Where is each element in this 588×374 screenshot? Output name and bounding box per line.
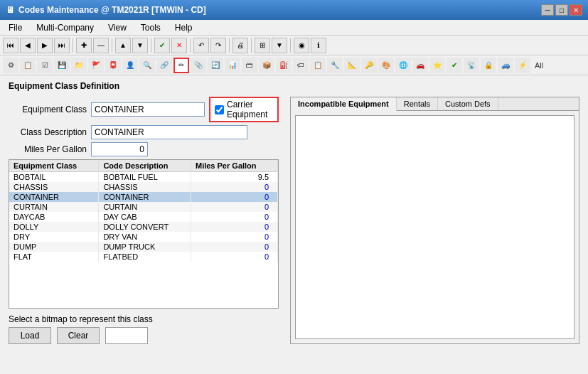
tab-rentals[interactable]: Rentals [397, 97, 438, 110]
cell-class: DAYCAB [9, 212, 99, 222]
tb-file-icon[interactable]: 🗃 [242, 58, 257, 73]
class-description-input[interactable] [91, 125, 247, 139]
title-bar-controls[interactable]: ─ □ ✕ [541, 4, 582, 16]
menu-bar: File Multi-Company View Tools Help [0, 20, 588, 36]
undo-button[interactable]: ↶ [193, 38, 209, 53]
add-button[interactable]: ✚ [76, 38, 92, 53]
minimize-button[interactable]: ─ [541, 4, 554, 16]
table-row[interactable]: FLATFLATBED0 [9, 252, 278, 262]
table-row[interactable]: DRYDRY VAN0 [9, 232, 278, 242]
nav-first-button[interactable]: ⏮ [3, 38, 18, 53]
sep6 [251, 38, 252, 53]
tb-chart-icon[interactable]: 📊 [225, 58, 240, 73]
app-icon: 🖥 [6, 5, 14, 15]
section-title: Equipment Class Definition [9, 81, 579, 91]
circle-button[interactable]: ◉ [294, 38, 309, 53]
tab-custom-defs[interactable]: Custom Defs [438, 97, 498, 110]
tb-search-icon[interactable]: 🔍 [139, 58, 155, 73]
miles-per-gallon-label: Miles Per Gallon [9, 144, 87, 154]
tb-mail-icon[interactable]: 📮 [105, 58, 121, 73]
equipment-class-table-container: Equipment Class Code Description Miles P… [9, 159, 279, 309]
clear-button[interactable]: Clear [57, 327, 100, 344]
cell-class: DOLLY [9, 222, 99, 232]
cell-miles: 0 [191, 222, 277, 232]
table-row[interactable]: CHASSISCHASSIS0 [9, 182, 278, 192]
sep5 [229, 38, 230, 53]
miles-per-gallon-input[interactable] [91, 142, 148, 156]
maximize-button[interactable]: □ [555, 4, 568, 16]
table-row[interactable]: CURTAINCURTAIN0 [9, 202, 278, 212]
tb-check-icon[interactable]: ☑ [37, 58, 53, 73]
tb-palette-icon[interactable]: 🎨 [378, 58, 394, 73]
menu-multi-company[interactable]: Multi-Company [31, 21, 100, 34]
nav-prev-button[interactable]: ◀ [20, 38, 36, 53]
menu-help[interactable]: Help [169, 21, 198, 34]
col-miles-per-gallon: Miles Per Gallon [191, 160, 277, 172]
delete-button[interactable]: — [93, 38, 109, 53]
tb-lock-icon[interactable]: 🔒 [481, 58, 496, 73]
right-panel: Incompatible Equipment Rentals Custom De… [290, 97, 579, 344]
close-button[interactable]: ✕ [570, 4, 582, 16]
cell-class: CHASSIS [9, 182, 99, 192]
tb-car-icon[interactable]: 🚗 [412, 58, 428, 73]
equipment-class-input[interactable] [91, 102, 205, 117]
tb-edit-icon[interactable]: ✏ [173, 58, 189, 73]
tb-ruler-icon[interactable]: 📐 [344, 58, 360, 73]
tb-checkmark-icon[interactable]: ✔ [447, 58, 462, 73]
info-button[interactable]: ℹ [311, 38, 326, 53]
tb-key-icon[interactable]: 🔑 [361, 58, 377, 73]
tab-incompatible-equipment[interactable]: Incompatible Equipment [291, 97, 397, 111]
title-bar: 🖥 Codes Maintenance @ TM2021R [TMWIN - C… [0, 0, 588, 20]
nav-next-button[interactable]: ▶ [37, 38, 53, 53]
tb-lightning-icon[interactable]: ⚡ [515, 58, 530, 73]
tb-truck-icon[interactable]: 🚙 [498, 58, 513, 73]
tb-refresh-icon[interactable]: 🔄 [208, 58, 223, 73]
tb-antenna-icon[interactable]: 📡 [464, 58, 479, 73]
tb-box-icon[interactable]: 📦 [259, 58, 274, 73]
sep4 [190, 38, 191, 53]
grid-button[interactable]: ⊞ [255, 38, 270, 53]
table-row[interactable]: DAYCABDAY CAB0 [9, 212, 278, 222]
confirm-button[interactable]: ✔ [154, 38, 170, 53]
cell-description: CHASSIS [99, 182, 191, 192]
tb-globe-icon[interactable]: 🌐 [395, 58, 411, 73]
tb-tool-icon[interactable]: 🔧 [327, 58, 343, 73]
cancel-button[interactable]: ✕ [171, 38, 187, 53]
nav-last-button[interactable]: ⏭ [54, 38, 70, 53]
dropdown-button[interactable]: ▼ [272, 38, 287, 53]
tb-folder-icon[interactable]: 📁 [71, 58, 87, 73]
sep7 [290, 38, 291, 53]
table-row[interactable]: DUMPDUMP TRUCK0 [9, 242, 278, 252]
tb-list-icon[interactable]: 📋 [310, 58, 326, 73]
table-row[interactable]: CONTAINERCONTAINER0 [9, 192, 278, 202]
sep3 [151, 38, 151, 53]
move-down-button[interactable]: ▼ [132, 38, 148, 53]
tb-tag-icon[interactable]: 🏷 [293, 58, 309, 73]
tb-link-icon[interactable]: 🔗 [156, 58, 172, 73]
menu-view[interactable]: View [102, 21, 132, 34]
cell-class: CURTAIN [9, 202, 99, 212]
tb-clip-icon[interactable]: 📎 [191, 58, 206, 73]
tab-content-area [295, 115, 574, 339]
tb-user-icon[interactable]: 👤 [122, 58, 138, 73]
menu-tools[interactable]: Tools [135, 21, 166, 34]
move-up-button[interactable]: ▲ [115, 38, 131, 53]
tb-save-icon[interactable]: 💾 [54, 58, 70, 73]
load-button[interactable]: Load [9, 327, 51, 344]
carrier-equipment-checkbox[interactable] [215, 105, 224, 114]
miles-per-gallon-row: Miles Per Gallon [9, 142, 279, 156]
cell-class: CONTAINER [9, 192, 99, 202]
tb-fuel-icon[interactable]: ⛽ [276, 58, 292, 73]
carrier-equipment-container: Carrier Equipment [209, 97, 279, 122]
tb-star-icon[interactable]: ⭐ [429, 58, 445, 73]
table-row[interactable]: BOBTAILBOBTAIL FUEL9.5 [9, 172, 278, 183]
cell-description: DAY CAB [99, 212, 191, 222]
menu-file[interactable]: File [3, 21, 28, 34]
table-row[interactable]: DOLLYDOLLY CONVERT0 [9, 222, 278, 232]
redo-button[interactable]: ↷ [210, 38, 226, 53]
tb-settings-icon[interactable]: ⚙ [3, 58, 18, 73]
tb-copy-icon[interactable]: 📋 [20, 58, 36, 73]
cell-miles: 0 [191, 212, 277, 222]
print-button[interactable]: 🖨 [232, 38, 248, 53]
tb-flag-icon[interactable]: 🚩 [88, 58, 104, 73]
